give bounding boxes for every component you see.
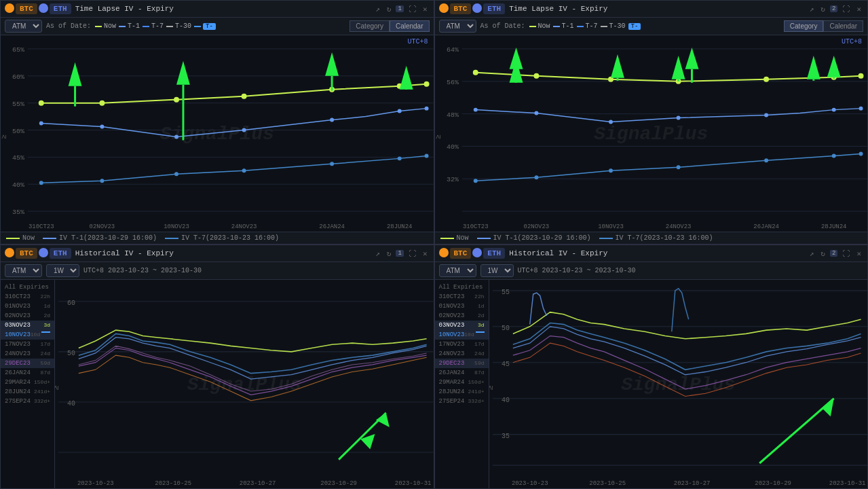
panel-top-left: BTC ETH Time Lapse IV - Expiry ↗ ↻ 1 ⛶ ✕… [0,0,434,244]
expiry-28jun-br[interactable]: 28JUN24241d+ [435,387,489,397]
btc-tab-br[interactable]: BTC [450,248,472,259]
chart-svg-tr: 64% 56% 48% 40% 32% ≥ 310CT23 02NOV23 10… [435,35,868,232]
svg-point-21 [39,101,44,106]
interval-select-bl[interactable]: 1W [46,264,79,277]
refresh-icon-tr[interactable]: ↻ [818,4,827,14]
expand-icon-bl[interactable]: ⛶ [407,249,418,259]
external-link-icon-tl[interactable]: ↗ [373,4,382,14]
refresh-icon-br[interactable]: ↻ [818,249,827,259]
external-link-icon-br[interactable]: ↗ [808,249,816,259]
svg-text:64%: 64% [446,46,458,54]
svg-text:2023-10-29: 2023-10-29 [320,479,357,486]
svg-point-41 [425,153,429,158]
btc-tab-bl[interactable]: BTC [16,248,37,259]
category-btn-tr[interactable]: Category [784,20,824,32]
atm-select-bl[interactable]: ATM [5,264,42,277]
expiry-29dec-br[interactable]: 29DEC2359d [435,359,489,368]
chart-svg-tl: 65% 60% 55% 50% 45% 40% 35% ≥ 310CT23 02… [1,35,434,232]
panel-title-tr: Time Lapse IV - Expiry [509,5,804,13]
eth-tab-br[interactable]: ETH [483,248,505,259]
svg-point-22 [99,101,105,106]
close-icon-br[interactable]: ✕ [854,249,863,259]
svg-text:2023-10-27: 2023-10-27 [673,479,710,486]
svg-text:310CT23: 310CT23 [462,223,488,230]
legend-now-tr: Now [440,234,469,242]
close-icon-tl[interactable]: ✕ [421,4,430,14]
eth-icon-bl [39,248,48,257]
expand-icon-tr[interactable]: ⛶ [840,4,852,14]
panel-title-tl: Time Lapse IV - Expiry [75,5,370,13]
panel-header-top-left: BTC ETH Time Lapse IV - Expiry ↗ ↻ 1 ⛶ ✕ [1,1,434,18]
expiry-01nov-bl[interactable]: 01NOV231d [1,302,54,311]
eth-tab-tr[interactable]: ETH [483,3,505,14]
svg-point-77 [608,120,612,124]
checkbox-group-tl: Now T-1 T-7 T-30 T- [95,22,216,30]
atm-select-tl[interactable]: ATM [5,20,42,33]
panel-title-bl: Historical IV - Expiry [75,249,370,257]
expiry-27sep-bl[interactable]: 27SEP24332d+ [1,397,54,406]
expiry-10nov-bl[interactable]: 10NOV2310d [1,330,54,340]
refresh-icon-bl[interactable]: ↻ [385,249,394,259]
expiry-29mar-bl[interactable]: 29MAR24150d+ [1,378,54,387]
expiry-24nov-br[interactable]: 24NOV2324d [435,349,489,359]
svg-point-28 [39,122,43,126]
expiry-26jan-br[interactable]: 26JAN2487d [435,368,489,378]
legend-t7-tr: IV T-7(2023-10-23 16:00) [599,234,713,242]
expiry-24nov-bl[interactable]: 24NOV2324d [1,349,54,359]
expiry-03nov-bl[interactable]: 03NOV233d [1,321,54,330]
cat-cal-btns-tl: Category Calendar [350,20,429,32]
eth-tab-tl[interactable]: ETH [50,3,71,14]
expiry-all-bl[interactable]: All Expiries [1,283,54,292]
btc-tab-tr[interactable]: BTC [450,3,472,14]
expiry-310oct-br[interactable]: 310CT2322h [435,292,489,302]
cb-now-tl: Now [95,22,116,30]
svg-point-23 [174,97,179,103]
svg-marker-42 [69,62,82,86]
asset-tabs-br: BTC ETH [439,248,506,259]
svg-marker-101 [827,56,840,77]
close-icon-tr[interactable]: ✕ [854,4,863,14]
expiry-17nov-br[interactable]: 17NOV2317d [435,340,489,349]
svg-text:≥: ≥ [1,134,8,139]
external-link-icon-tr[interactable]: ↗ [808,4,816,14]
chart-area-tr: UTC+8 SignalPlus 64% 56% 48% 40% 32% ≥ 3… [435,35,868,232]
svg-text:24NOV23: 24NOV23 [665,223,691,230]
external-link-icon-bl[interactable]: ↗ [373,249,382,259]
expiry-all-br[interactable]: All Expiries [435,283,489,292]
expiry-02nov-br[interactable]: 02NOV232d [435,311,489,321]
svg-marker-97 [509,48,523,69]
expiry-26jan-bl[interactable]: 26JAN2487d [1,368,54,378]
svg-point-75 [473,108,477,112]
atm-select-tr[interactable]: ATM [439,20,476,33]
expiry-17nov-bl[interactable]: 17NOV2317d [1,340,54,349]
expiry-03nov-br[interactable]: 03NOV233d [435,321,489,330]
expiry-02nov-bl[interactable]: 02NOV232d [1,311,54,321]
refresh-icon-tl[interactable]: ↻ [385,4,394,14]
expiry-29mar-br[interactable]: 29MAR24150d+ [435,378,489,387]
calendar-btn-tl[interactable]: Calendar [390,20,430,32]
eth-tab-bl[interactable]: ETH [50,248,71,259]
cb-t7-tr: T-7 [577,22,598,30]
atm-select-br[interactable]: ATM [439,264,476,277]
expiry-27sep-br[interactable]: 27SEP24332d+ [435,397,489,406]
expiry-01nov-br[interactable]: 01NOV231d [435,302,489,311]
panel-header-br: BTC ETH Historical IV - Expiry ↗ ↻ 2 ⛶ ✕ [435,245,868,262]
interval-select-br[interactable]: 1W [480,264,514,277]
svg-marker-137 [821,399,833,416]
expiry-310oct-bl[interactable]: 310CT2322h [1,292,54,302]
svg-point-81 [858,107,863,111]
category-btn-tl[interactable]: Category [350,20,390,32]
header-actions-br: ↗ ↻ 2 ⛶ ✕ [808,249,863,259]
eth-icon-br [472,248,482,257]
svg-point-80 [831,108,835,112]
expand-icon-br[interactable]: ⛶ [840,249,852,259]
expiry-28jun-bl[interactable]: 28JUN24241d+ [1,387,54,397]
expand-icon-tl[interactable]: ⛶ [407,4,418,14]
cb-now-tr: Now [529,22,550,30]
expiry-29dec-bl[interactable]: 29DEC2359d [1,359,54,368]
expiry-10nov-br[interactable]: 10NOV2310d [435,330,489,340]
cat-cal-btns-tr: Category Calendar [784,20,863,32]
close-icon-bl[interactable]: ✕ [421,249,430,259]
btc-tab-tl[interactable]: BTC [16,3,37,14]
calendar-btn-tr[interactable]: Calendar [823,20,863,32]
